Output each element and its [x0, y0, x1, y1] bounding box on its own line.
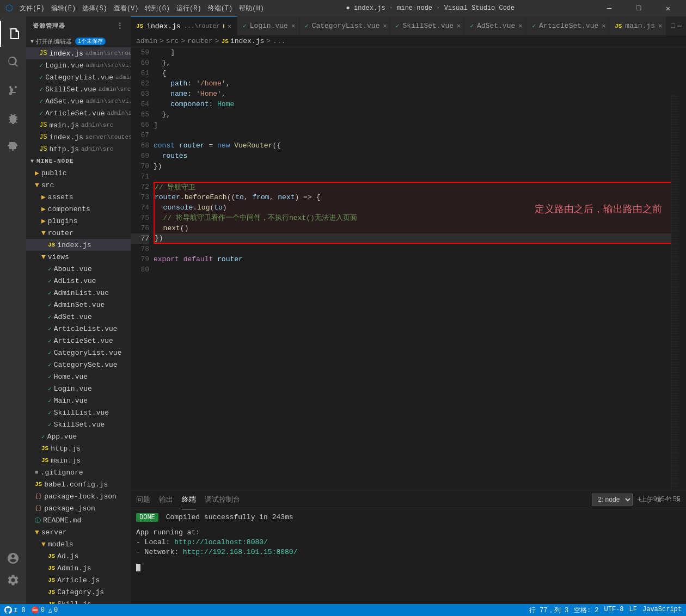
tree-router[interactable]: ▼ router	[26, 227, 131, 239]
tree-ad-js[interactable]: JS Ad.js	[26, 550, 131, 562]
terminal-local-url[interactable]: http://localhost:8080/	[174, 538, 268, 546]
activity-settings[interactable]	[0, 567, 26, 593]
open-file-8[interactable]: JS http.js admin\src	[26, 143, 131, 155]
status-line-ending[interactable]: LF	[629, 606, 637, 615]
tree-assets[interactable]: ▶ assets	[26, 191, 131, 203]
tree-adminset-vue[interactable]: ✓ AdminSet.vue	[26, 299, 131, 311]
tab-login-vue[interactable]: ✓ Login.vue ✕	[237, 16, 299, 35]
tree-articleset-vue[interactable]: ✓ ArticleSet.vue	[26, 335, 131, 347]
tab-close-0[interactable]: ✕	[228, 22, 231, 30]
menu-goto[interactable]: 转到(G)	[145, 4, 170, 13]
menu-terminal[interactable]: 终端(T)	[208, 4, 233, 13]
menu-help[interactable]: 帮助(H)	[239, 4, 264, 13]
tree-http-js[interactable]: JS http.js	[26, 442, 131, 454]
tab-close-6[interactable]: ✕	[658, 22, 662, 30]
term-tab-output[interactable]: 输出	[159, 490, 173, 509]
close-button[interactable]: ✕	[656, 0, 681, 16]
status-position[interactable]: 行 77，列 3	[529, 606, 568, 615]
tree-components[interactable]: ▶ components	[26, 203, 131, 215]
tab-articleset-vue[interactable]: ✓ ArticleSet.vue ✕	[526, 16, 609, 35]
tree-app-vue[interactable]: ✓ App.vue	[26, 430, 131, 442]
activity-source-control[interactable]	[0, 77, 26, 103]
tree-babel[interactable]: JS babel.config.js	[26, 478, 131, 490]
breadcrumb-ellipsis[interactable]: ...	[273, 37, 285, 45]
tree-skillset-vue[interactable]: ✓ SkillSet.vue	[26, 418, 131, 430]
open-file-1[interactable]: ✓ Login.vue admin\src\vi...	[26, 59, 131, 71]
breadcrumb-indexjs[interactable]: JSindex.js	[222, 37, 265, 45]
tab-close-3[interactable]: ✕	[457, 22, 461, 30]
term-tab-terminal[interactable]: 终端	[182, 490, 196, 509]
minimize-button[interactable]: —	[597, 0, 622, 16]
breadcrumb-src[interactable]: src	[166, 37, 179, 45]
tab-close-2[interactable]: ✕	[383, 22, 387, 30]
activity-extensions[interactable]	[0, 134, 26, 160]
tree-admin-js[interactable]: JS Admin.js	[26, 562, 131, 574]
status-language[interactable]: JavaScript	[642, 606, 682, 615]
tree-package-lock[interactable]: {} package-lock.json	[26, 490, 131, 502]
breadcrumb-router[interactable]: router	[187, 37, 213, 45]
tree-package-json[interactable]: {} package.json	[26, 502, 131, 514]
open-file-0[interactable]: JS index.js admin\src\router	[26, 47, 131, 59]
menu-run[interactable]: 运行(R)	[176, 4, 201, 13]
tree-home-vue[interactable]: ✓ Home.vue	[26, 371, 131, 383]
tab-close-1[interactable]: ✕	[291, 22, 295, 30]
tab-close-4[interactable]: ✕	[518, 22, 522, 30]
tree-gitignore[interactable]: ■ .gitignore	[26, 466, 131, 478]
tree-server[interactable]: ▼ server	[26, 526, 131, 538]
menu-select[interactable]: 选择(S)	[82, 4, 107, 13]
tab-categorylist-vue[interactable]: ✓ CategoryList.vue ✕	[299, 16, 390, 35]
terminal-selector[interactable]: 2: node	[592, 494, 633, 506]
tree-category-js[interactable]: JS Category.js	[26, 586, 131, 598]
tree-categorylist-vue[interactable]: ✓ CategoryList.vue	[26, 347, 131, 359]
terminal-network-url[interactable]: http://192.168.101.15:8080/	[183, 548, 298, 556]
new-file-icon[interactable]: ⋮	[116, 21, 124, 30]
tree-categoryset-vue[interactable]: ✓ CategorySet.vue	[26, 359, 131, 371]
tree-about-vue[interactable]: ✓ About.vue	[26, 263, 131, 275]
terminal-content[interactable]: DONE Compiled successfully in 243ms App …	[131, 509, 686, 604]
menu-edit[interactable]: 编辑(E)	[51, 4, 76, 13]
tree-skilllist-vue[interactable]: ✓ SkillList.vue	[26, 406, 131, 418]
status-encoding[interactable]: UTF-8	[604, 606, 624, 615]
tab-index-js[interactable]: JS index.js ...\router ✕	[131, 16, 237, 35]
tree-main-js[interactable]: JS main.js	[26, 454, 131, 466]
tree-public[interactable]: ▶ public	[26, 167, 131, 179]
status-spaces[interactable]: 空格: 2	[574, 606, 599, 615]
term-tab-debug[interactable]: 调试控制台	[205, 490, 240, 509]
tree-views[interactable]: ▼ views	[26, 251, 131, 263]
tree-index-js[interactable]: JS index.js	[26, 239, 131, 251]
open-file-4[interactable]: ✓ AdSet.vue admin\src\vi...	[26, 95, 131, 107]
status-git[interactable]: ⌶ 0	[4, 606, 26, 614]
menu-file[interactable]: 文件(F)	[20, 4, 45, 13]
open-file-3[interactable]: ✓ SkillSet.vue admin\src\...	[26, 83, 131, 95]
maximize-button[interactable]: □	[626, 0, 651, 16]
tree-plugins[interactable]: ▶ plugins	[26, 215, 131, 227]
tree-adminlist-vue[interactable]: ✓ AdminList.vue	[26, 287, 131, 299]
split-editor-icon[interactable]: □	[671, 22, 675, 30]
open-editors-header[interactable]: ▼ 打开的编辑器 1个未保存	[26, 35, 131, 47]
tab-adset-vue[interactable]: ✓ AdSet.vue ✕	[464, 16, 526, 35]
tree-adset-vue[interactable]: ✓ AdSet.vue	[26, 311, 131, 323]
status-errors[interactable]: ⛔ 0 △ 0	[31, 606, 58, 614]
tree-adlist-vue[interactable]: ✓ AdList.vue	[26, 275, 131, 287]
activity-search[interactable]	[0, 49, 26, 75]
tree-models[interactable]: ▼ models	[26, 538, 131, 550]
tree-article-js[interactable]: JS Article.js	[26, 574, 131, 586]
open-file-7[interactable]: JS index.js server\routes\a...	[26, 131, 131, 143]
project-tree-header[interactable]: ▼ MINE-NODE	[26, 155, 131, 167]
tab-close-5[interactable]: ✕	[602, 22, 605, 30]
menu-view[interactable]: 查看(V)	[114, 4, 139, 13]
more-actions-icon[interactable]: ⋯	[677, 22, 682, 30]
breadcrumb-admin[interactable]: admin	[136, 37, 157, 45]
tree-login-vue[interactable]: ✓ Login.vue	[26, 383, 131, 395]
activity-debug[interactable]	[0, 106, 26, 132]
open-file-5[interactable]: ✓ ArticleSet.vue admin\src...	[26, 107, 131, 119]
tree-src[interactable]: ▼ src	[26, 179, 131, 191]
tree-main-vue[interactable]: ✓ Main.vue	[26, 395, 131, 406]
open-file-6[interactable]: JS main.js admin\src	[26, 119, 131, 131]
activity-explorer[interactable]	[0, 21, 26, 47]
tab-main-js[interactable]: JS main.js ✕	[609, 16, 666, 35]
open-file-2[interactable]: ✓ CategoryList.vue admin\src\...	[26, 71, 131, 83]
tree-articlelist-vue[interactable]: ✓ ArticleList.vue	[26, 323, 131, 335]
tree-skill-js[interactable]: JS Skill.js	[26, 598, 131, 604]
tab-skillset-vue[interactable]: ✓ SkillSet.vue ✕	[390, 16, 465, 35]
